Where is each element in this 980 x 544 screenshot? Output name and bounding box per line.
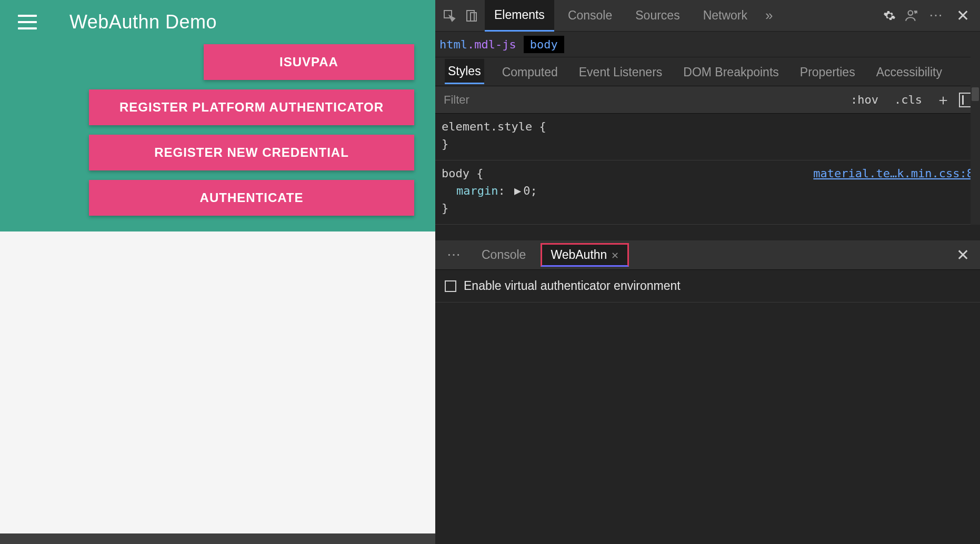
button-stack: ISUVPAA REGISTER PLATFORM AUTHENTICATOR … xyxy=(0,44,435,216)
elements-breadcrumb: html.mdl-js body xyxy=(435,32,980,57)
subtab-event-listeners[interactable]: Event Listeners xyxy=(576,60,666,84)
devtools-close-icon[interactable]: ✕ xyxy=(951,6,975,25)
expand-shorthand-icon[interactable]: ▶ xyxy=(512,184,523,197)
devtools-panel: Elements Console Sources Network » ⋯ ✕ h… xyxy=(435,0,980,544)
more-tabs-chevron-icon[interactable]: » xyxy=(761,7,777,24)
app-header: WebAuthn Demo ISUVPAA REGISTER PLATFORM … xyxy=(0,0,435,231)
register-new-credential-button[interactable]: REGISTER NEW CREDENTIAL xyxy=(89,135,414,170)
rule-close-brace: } xyxy=(442,199,974,217)
enable-virtual-authenticator-label: Enable virtual authenticator environment xyxy=(464,279,681,293)
drawer-empty-area xyxy=(435,303,980,544)
css-source-link[interactable]: material.te…k.min.css:8 xyxy=(813,165,974,182)
kebab-menu-icon[interactable]: ⋯ xyxy=(925,7,947,24)
tab-network[interactable]: Network xyxy=(694,0,757,32)
authenticate-button[interactable]: AUTHENTICATE xyxy=(89,180,414,216)
settings-gear-icon[interactable] xyxy=(881,7,898,25)
drawer-tab-webauthn[interactable]: WebAuthn✕ xyxy=(541,243,629,267)
subtab-dom-breakpoints[interactable]: DOM Breakpoints xyxy=(680,60,782,84)
device-toolbar-icon[interactable] xyxy=(463,7,481,25)
breadcrumb-body[interactable]: body xyxy=(524,36,564,53)
rule-selector: element.style { xyxy=(442,118,974,135)
subtab-styles[interactable]: Styles xyxy=(445,59,484,84)
svg-point-3 xyxy=(908,11,913,15)
close-tab-icon[interactable]: ✕ xyxy=(611,250,619,261)
css-declaration-margin[interactable]: margin: ▶0; xyxy=(442,182,974,199)
new-style-rule-icon[interactable]: ＋ xyxy=(933,90,954,110)
register-platform-authenticator-button[interactable]: REGISTER PLATFORM AUTHENTICATOR xyxy=(89,89,414,125)
app-title: WebAuthn Demo xyxy=(69,11,217,33)
drawer-tabbar: ⋯ Console WebAuthn✕ ✕ xyxy=(435,240,980,270)
styles-filter-input[interactable] xyxy=(442,90,840,110)
svg-rect-2 xyxy=(471,13,476,21)
devtools-main-tabbar: Elements Console Sources Network » ⋯ ✕ xyxy=(435,0,980,32)
css-rule-element-style[interactable]: element.style { } xyxy=(435,114,980,160)
hov-toggle[interactable]: :hov xyxy=(845,93,884,106)
drawer-tab-console[interactable]: Console xyxy=(472,244,535,266)
devtools-drawer: ⋯ Console WebAuthn✕ ✕ Enable virtual aut… xyxy=(435,240,980,544)
drawer-tab-webauthn-label: WebAuthn xyxy=(551,248,607,261)
elements-subtabs: Styles Computed Event Listeners DOM Brea… xyxy=(435,57,971,86)
rule-close-brace: } xyxy=(442,135,974,153)
hamburger-menu-icon[interactable] xyxy=(18,15,37,29)
webauthn-demo-app: WebAuthn Demo ISUVPAA REGISTER PLATFORM … xyxy=(0,0,435,544)
feedback-person-icon[interactable] xyxy=(903,7,921,25)
styles-scrollbar[interactable] xyxy=(971,86,980,225)
isuvpaa-button[interactable]: ISUVPAA xyxy=(204,44,414,80)
inspect-element-icon[interactable] xyxy=(441,7,458,25)
breadcrumb-html[interactable]: html.mdl-js xyxy=(439,38,516,51)
subtabs-scrollbar[interactable] xyxy=(971,57,980,86)
subtab-computed[interactable]: Computed xyxy=(499,60,561,84)
tab-elements[interactable]: Elements xyxy=(485,0,554,32)
app-topbar: WebAuthn Demo xyxy=(0,0,435,44)
webauthn-panel-body: Enable virtual authenticator environment xyxy=(435,270,980,303)
app-footer-strip xyxy=(0,533,435,544)
tab-console[interactable]: Console xyxy=(558,0,622,32)
cls-toggle[interactable]: .cls xyxy=(889,93,927,106)
subtab-accessibility[interactable]: Accessibility xyxy=(873,60,945,84)
styles-filter-bar: :hov .cls ＋ xyxy=(435,86,980,114)
enable-virtual-authenticator-checkbox[interactable] xyxy=(445,280,456,292)
drawer-more-icon[interactable]: ⋯ xyxy=(441,247,467,263)
tab-sources[interactable]: Sources xyxy=(626,0,689,32)
drawer-close-icon[interactable]: ✕ xyxy=(951,246,975,264)
css-rule-body[interactable]: material.te…k.min.css:8 body { margin: ▶… xyxy=(435,160,980,225)
subtab-properties[interactable]: Properties xyxy=(797,60,858,84)
